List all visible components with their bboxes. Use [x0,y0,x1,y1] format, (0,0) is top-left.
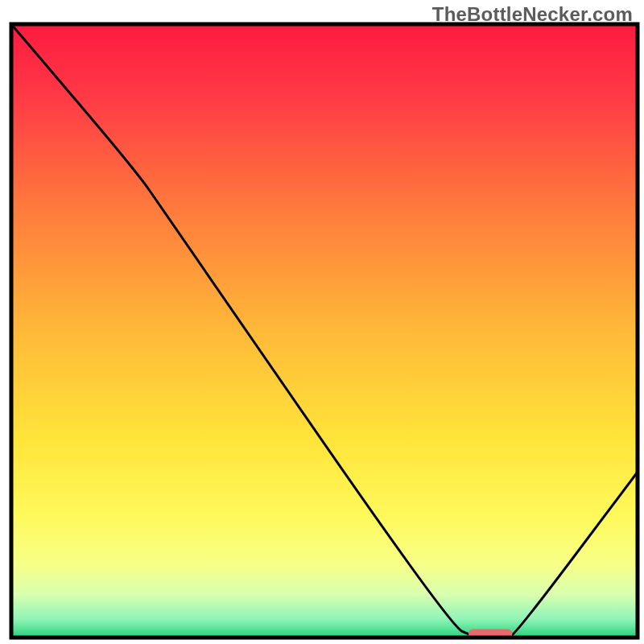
bottleneck-chart: TheBottleNecker.com [0,0,644,644]
plot-svg [0,0,644,644]
plot-area [11,24,638,638]
gradient-background [11,24,638,638]
watermark-text: TheBottleNecker.com [432,3,633,26]
